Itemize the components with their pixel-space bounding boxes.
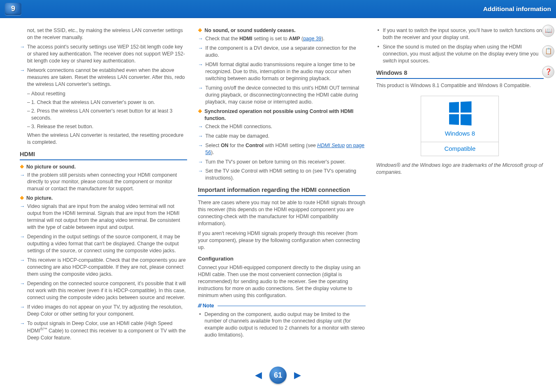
paragraph: Connect your HDMI-equipped component dir… <box>198 264 365 299</box>
diamond-heading: No picture or sound. <box>20 164 187 171</box>
note-rule <box>218 306 366 306</box>
chapter-number-badge: 9 <box>5 3 21 15</box>
side-icon-bar: 📖 📋 ❓ <box>542 25 554 78</box>
windows-badge-bottom: Compatible <box>421 142 498 156</box>
paragraph: There are cases where you may not be abl… <box>198 199 365 227</box>
diamond-heading: Synchronized operation not possible usin… <box>198 108 365 122</box>
column-2: No sound, or sound suddenly ceases. Chec… <box>198 27 365 344</box>
bullet-arrow: Check the HDMI connections. <box>198 123 365 130</box>
bullet-arrow: Set the TV side Control with HDMI settin… <box>198 168 365 182</box>
windows-heading: Windows 8 <box>376 69 544 79</box>
bullet-arrow: Turning on/off the device connected to t… <box>198 85 365 106</box>
bullet-dot: Depending on the component, audio output… <box>198 311 365 339</box>
configuration-heading: Configuration <box>198 255 365 263</box>
bullet-arrow: Depending in the output settings of the … <box>20 233 187 254</box>
header-title: Additional information <box>483 5 551 13</box>
bullet-arrow: To output signals in Deep Color, use an … <box>20 320 187 341</box>
bullet-arrow: Network connections cannot be establishe… <box>20 67 187 88</box>
bullet-dash: 3. Release the reset button. <box>20 123 187 130</box>
txt: ). <box>211 150 214 155</box>
trademark-sup: ®/™ <box>40 327 47 331</box>
bullet-arrow: If video images do not appear on your TV… <box>20 304 187 318</box>
bullet-dot: Since the sound is muted on the display … <box>376 44 544 65</box>
header-bar: 9 Additional information <box>0 0 556 18</box>
bullet-arrow: HDMI format digital audio transmissions … <box>198 61 365 82</box>
windows-compatible-badge: Windows 8 Compatible <box>421 96 499 156</box>
content-columns: not, set the SSID, etc., by making the w… <box>0 18 556 348</box>
continued-text: not, set the SSID, etc., by making the w… <box>20 27 187 41</box>
windows-badge-title: Windows 8 <box>421 129 498 138</box>
diamond-heading: No picture. <box>20 195 187 202</box>
arrow-text-post: Cable) to connect this receiver to a com… <box>27 328 186 341</box>
nested-text: When the wireless LAN converter is resta… <box>20 132 187 146</box>
bullet-arrow: This receiver is HDCP-compatible. Check … <box>20 257 187 278</box>
txt: Select <box>205 143 221 148</box>
paragraph: If you aren't receiving HDMI signals pro… <box>198 230 365 251</box>
diamond-heading: No sound, or sound suddenly ceases. <box>198 27 365 34</box>
windows-badge-top: Windows 8 <box>421 96 498 142</box>
prev-page-button[interactable]: ◀ <box>255 369 262 381</box>
important-heading: Important information regarding the HDMI… <box>198 186 365 196</box>
bullet-dash: About resetting <box>20 90 187 97</box>
help-icon[interactable]: ❓ <box>542 66 554 78</box>
bullet-arrow: The access point's security settings use… <box>20 44 187 65</box>
txt: for the <box>228 143 246 148</box>
txt: setting is set to <box>252 36 289 42</box>
txt: with HDMI setting (see <box>264 143 317 148</box>
bullet-dash: 2. Press the wireless LAN converter's re… <box>20 108 187 122</box>
bold-control: Control <box>246 143 264 148</box>
page-link[interactable]: page 39 <box>303 36 321 42</box>
txt: ). <box>322 36 325 42</box>
page-nav: ◀ 61 ▶ <box>255 367 301 384</box>
bullet-arrow: If the problem still persists when conne… <box>20 172 187 193</box>
hdmi-heading: HDMI <box>20 150 187 160</box>
paragraph: This product is Windows 8.1 Compatible a… <box>376 82 544 89</box>
bullet-arrow: Select ON for the Control with HDMI sett… <box>198 142 365 156</box>
bold-hdmi: HDMI <box>239 36 252 42</box>
note-label: Note <box>203 302 214 309</box>
page-number-badge: 61 <box>269 367 287 384</box>
hdmi-setup-link[interactable]: HDMI Setup <box>317 143 345 148</box>
bullet-arrow: If the component is a DVI device, use a … <box>198 45 365 59</box>
bold-amp: AMP <box>289 36 300 42</box>
bullet-arrow: Video signals that are input from the an… <box>20 203 187 231</box>
remote-icon[interactable]: 📋 <box>542 45 554 58</box>
note-slashes-icon: /// <box>198 302 201 309</box>
bold-on: ON <box>221 143 228 148</box>
next-page-button[interactable]: ▶ <box>294 369 301 381</box>
bullet-arrow: The cable may be damaged. <box>198 133 365 140</box>
bullet-arrow: Check that the HDMI setting is set to AM… <box>198 35 365 42</box>
txt: Check that the <box>205 36 239 42</box>
bullet-arrow: Depending on the connected source compon… <box>20 280 187 301</box>
windows-logo-icon <box>449 101 471 125</box>
bullet-arrow: Turn the TV's power on before turning on… <box>198 159 365 166</box>
note-heading: /// Note <box>198 302 365 309</box>
bullet-dash: 1. Check that the wireless LAN converter… <box>20 99 187 106</box>
column-1: not, set the SSID, etc., by making the w… <box>20 27 187 344</box>
trademark-notice: Windows® and the Windows logo are tradem… <box>376 162 544 176</box>
column-3: If you want to switch the input source, … <box>376 27 544 344</box>
manual-icon[interactable]: 📖 <box>542 25 554 37</box>
bullet-dot: If you want to switch the input source, … <box>376 27 544 41</box>
